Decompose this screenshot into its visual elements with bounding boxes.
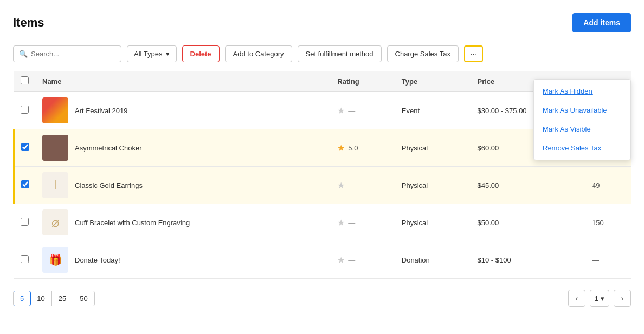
item-stock: — (585, 241, 631, 279)
next-page-button[interactable]: › (614, 290, 631, 307)
row-checkbox-2[interactable] (21, 143, 29, 151)
rating-cell: ★5.0 (337, 143, 388, 153)
item-price: $10 - $100 (471, 241, 585, 279)
item-image (42, 97, 68, 123)
item-name-text: Donate Today! (75, 256, 120, 264)
chevron-down-icon: ▾ (166, 50, 170, 58)
per-page-5[interactable]: 5 (13, 291, 31, 306)
rating-cell: ★— (337, 218, 388, 228)
rating-value: 5.0 (348, 144, 358, 152)
rating-cell: ★— (337, 106, 388, 116)
set-fulfillment-button[interactable]: Set fulfillment method (298, 45, 382, 62)
item-type: Donation (395, 241, 471, 279)
per-page-10[interactable]: 10 (30, 291, 51, 306)
item-stock: 150 (585, 204, 631, 241)
item-name-text: Asymmetrical Choker (75, 144, 142, 152)
rating-column-header: Rating (331, 71, 395, 92)
item-name-cell: Asymmetrical Choker (42, 135, 324, 161)
rating-value: — (348, 107, 355, 115)
rating-cell: ★— (337, 180, 388, 191)
select-all-header (14, 71, 36, 92)
type-column-header: Type (395, 71, 471, 92)
prev-page-button[interactable]: ‹ (568, 290, 585, 307)
page-container: Items Add items 🔍 All Types ▾ Delete Add… (0, 0, 644, 334)
page-chevron-icon: ▾ (601, 294, 604, 303)
mark-as-visible-option[interactable]: Mark As Visible (534, 120, 630, 139)
search-input[interactable] (31, 50, 115, 58)
item-type: Physical (395, 129, 471, 167)
toolbar: 🔍 All Types ▾ Delete Add to Category Set… (13, 45, 631, 62)
item-name-cell: 𝄀Classic Gold Earrings (42, 172, 324, 198)
item-name-cell: Art Festival 2019 (42, 97, 324, 123)
star-icon: ★ (337, 106, 345, 116)
more-options-dropdown: Mark As Hidden Mark As Unavailable Mark … (533, 79, 631, 160)
add-items-button[interactable]: Add items (572, 13, 631, 32)
table-row: 🎁Donate Today!★—Donation$10 - $100— (14, 241, 632, 279)
item-name-text: Art Festival 2019 (75, 107, 128, 115)
page-title: Items (13, 16, 44, 30)
charge-sales-tax-button[interactable]: Charge Sales Tax (387, 45, 459, 62)
remove-sales-tax-option[interactable]: Remove Sales Tax (534, 139, 630, 158)
delete-button[interactable]: Delete (182, 45, 220, 62)
star-icon: ★ (337, 255, 345, 265)
row-checkbox-1[interactable] (21, 106, 29, 114)
page-header: Items Add items (13, 13, 631, 32)
item-stock: 49 (585, 167, 631, 204)
table-row: ⌀Cuff Bracelet with Custom Engraving★—Ph… (14, 204, 632, 241)
row-checkbox-5[interactable] (21, 255, 29, 263)
rating-value: — (348, 256, 355, 264)
row-checkbox-3[interactable] (21, 180, 29, 188)
per-page-50[interactable]: 50 (73, 291, 94, 306)
search-box[interactable]: 🔍 (13, 45, 121, 62)
item-type: Physical (395, 167, 471, 204)
item-name-cell: ⌀Cuff Bracelet with Custom Engraving (42, 209, 324, 235)
mark-as-unavailable-option[interactable]: Mark As Unavailable (534, 101, 630, 120)
name-column-header: Name (36, 71, 331, 92)
page-navigation: ‹ 1 ▾ › (568, 290, 631, 307)
per-page-25[interactable]: 25 (52, 291, 73, 306)
item-image (42, 135, 68, 161)
select-all-checkbox[interactable] (21, 76, 29, 84)
rating-value: — (348, 219, 355, 227)
item-name-text: Classic Gold Earrings (75, 181, 143, 189)
row-checkbox-4[interactable] (21, 218, 29, 226)
add-to-category-button[interactable]: Add to Category (225, 45, 292, 62)
page-number-select[interactable]: 1 ▾ (590, 290, 609, 307)
table-row: 𝄀Classic Gold Earrings★—Physical$45.0049 (14, 167, 632, 204)
type-filter-label: All Types (134, 50, 163, 58)
per-page-selector: 5 10 25 50 (13, 291, 95, 306)
more-options-button[interactable]: ··· (464, 45, 483, 62)
item-name-cell: 🎁Donate Today! (42, 247, 324, 273)
item-price: $45.00 (471, 167, 585, 204)
item-type: Event (395, 92, 471, 129)
current-page-label: 1 (595, 294, 598, 303)
item-name-text: Cuff Bracelet with Custom Engraving (75, 219, 190, 227)
item-image: 𝄀 (42, 172, 68, 198)
mark-as-hidden-option[interactable]: Mark As Hidden (534, 82, 630, 101)
star-icon: ★ (337, 218, 345, 228)
rating-cell: ★— (337, 255, 388, 265)
item-type: Physical (395, 204, 471, 241)
item-price: $50.00 (471, 204, 585, 241)
item-image: ⌀ (42, 209, 68, 235)
type-filter-dropdown[interactable]: All Types ▾ (127, 45, 177, 62)
star-icon: ★ (337, 180, 345, 191)
search-icon: 🔍 (19, 50, 28, 58)
ellipsis-icon: ··· (471, 50, 476, 58)
pagination-bar: 5 10 25 50 ‹ 1 ▾ › (13, 290, 631, 307)
rating-value: — (348, 181, 355, 189)
item-image: 🎁 (42, 247, 68, 273)
star-icon: ★ (337, 143, 345, 153)
